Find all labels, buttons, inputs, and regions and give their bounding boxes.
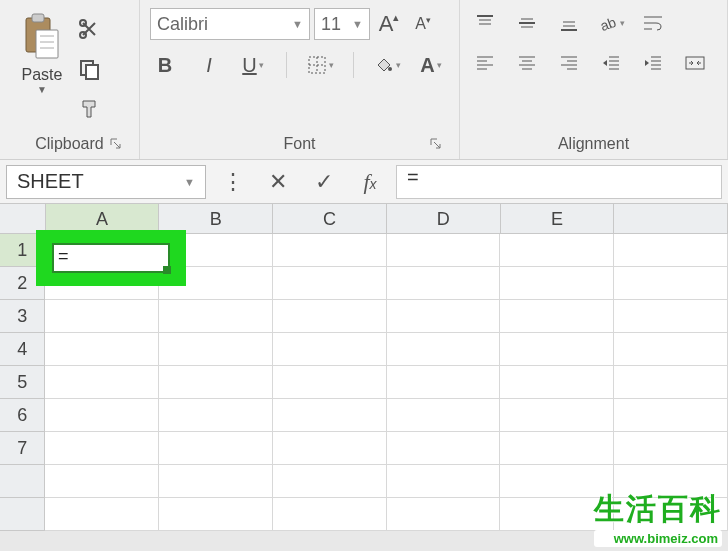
paste-button[interactable]: Paste ▼ [10, 8, 74, 124]
name-box[interactable]: SHEET ▼ [6, 165, 206, 199]
cell[interactable] [45, 432, 159, 465]
cell[interactable] [500, 267, 614, 300]
cell[interactable] [45, 333, 159, 366]
cell[interactable] [500, 333, 614, 366]
cell[interactable] [614, 267, 728, 300]
decrease-font-icon: A▾ [415, 15, 431, 33]
cell[interactable] [45, 399, 159, 432]
cell[interactable] [500, 432, 614, 465]
align-middle-icon [517, 13, 537, 33]
chevron-down-icon: ▼ [286, 18, 303, 30]
row-header-5[interactable]: 5 [0, 366, 45, 399]
group-label-clipboard: Clipboard [10, 131, 129, 155]
cell[interactable] [387, 366, 501, 399]
copy-button[interactable] [74, 54, 104, 84]
cell[interactable] [387, 399, 501, 432]
column-header-e[interactable]: E [501, 204, 615, 234]
cell[interactable] [45, 366, 159, 399]
cell[interactable] [273, 432, 387, 465]
orientation-button[interactable]: ab [596, 8, 626, 38]
formula-input[interactable]: = [396, 165, 722, 199]
cell[interactable] [387, 498, 501, 531]
cut-button[interactable] [74, 14, 104, 44]
cell[interactable] [614, 333, 728, 366]
wrap-text-button[interactable] [638, 8, 668, 38]
align-right-icon [559, 53, 579, 73]
cell[interactable] [500, 300, 614, 333]
column-header-d[interactable]: D [387, 204, 501, 234]
cell[interactable] [500, 399, 614, 432]
cell[interactable] [159, 399, 273, 432]
underline-button[interactable]: U [238, 50, 268, 80]
align-top-button[interactable] [470, 8, 500, 38]
cell-e1[interactable] [500, 234, 614, 267]
cell-d1[interactable] [387, 234, 501, 267]
align-right-button[interactable] [554, 48, 584, 78]
cell[interactable] [159, 498, 273, 531]
cell[interactable] [387, 267, 501, 300]
align-bottom-button[interactable] [554, 8, 584, 38]
cell-f1[interactable] [614, 234, 728, 267]
active-cell-editor[interactable]: = [52, 243, 170, 273]
align-middle-button[interactable] [512, 8, 542, 38]
row-header-8[interactable] [0, 465, 45, 498]
ribbon-group-clipboard: Paste ▼ Clipboard [0, 0, 140, 159]
font-name-combo[interactable]: Calibri ▼ [150, 8, 310, 40]
cell[interactable] [45, 300, 159, 333]
cell[interactable] [159, 366, 273, 399]
borders-button[interactable] [305, 50, 335, 80]
cell[interactable] [45, 465, 159, 498]
cell[interactable] [614, 300, 728, 333]
cell[interactable] [387, 465, 501, 498]
column-header-f[interactable] [614, 204, 728, 234]
italic-button[interactable]: I [194, 50, 224, 80]
cell[interactable] [273, 300, 387, 333]
cell[interactable] [387, 432, 501, 465]
row-header-4[interactable]: 4 [0, 333, 45, 366]
fill-color-button[interactable] [372, 50, 402, 80]
cell[interactable] [614, 366, 728, 399]
decrease-font-button[interactable]: A▾ [408, 9, 438, 39]
cell[interactable] [273, 399, 387, 432]
cell[interactable] [273, 267, 387, 300]
cell[interactable] [45, 498, 159, 531]
cell[interactable] [273, 498, 387, 531]
cell[interactable] [273, 333, 387, 366]
separator [353, 52, 354, 78]
cell[interactable] [159, 333, 273, 366]
dialog-launcher-clipboard[interactable] [109, 137, 123, 151]
increase-indent-button[interactable] [638, 48, 668, 78]
row-header-6[interactable]: 6 [0, 399, 45, 432]
format-painter-button[interactable] [74, 94, 104, 124]
cancel-formula-button[interactable]: ✕ [258, 165, 298, 199]
active-cell-value: = [58, 246, 69, 266]
decrease-indent-button[interactable] [596, 48, 626, 78]
row-header-3[interactable]: 3 [0, 300, 45, 333]
cell[interactable] [614, 432, 728, 465]
cell-c1[interactable] [273, 234, 387, 267]
align-left-button[interactable] [470, 48, 500, 78]
enter-formula-button[interactable]: ✓ [304, 165, 344, 199]
cell[interactable] [273, 366, 387, 399]
svg-rect-9 [86, 65, 98, 79]
increase-font-button[interactable]: A▴ [374, 9, 404, 39]
column-header-c[interactable]: C [273, 204, 387, 234]
merge-center-button[interactable] [680, 48, 710, 78]
cell[interactable] [159, 300, 273, 333]
cell[interactable] [387, 300, 501, 333]
cell[interactable] [273, 465, 387, 498]
row-header-9[interactable] [0, 498, 45, 531]
insert-function-button[interactable]: fx [350, 165, 390, 199]
font-color-button[interactable]: A [416, 50, 446, 80]
bold-button[interactable]: B [150, 50, 180, 80]
expand-button[interactable]: ⋮ [212, 165, 252, 199]
cell[interactable] [387, 333, 501, 366]
cell[interactable] [159, 465, 273, 498]
cell[interactable] [614, 399, 728, 432]
align-center-button[interactable] [512, 48, 542, 78]
cell[interactable] [500, 366, 614, 399]
font-size-combo[interactable]: 11 ▼ [314, 8, 370, 40]
dialog-launcher-font[interactable] [429, 137, 443, 151]
cell[interactable] [159, 432, 273, 465]
row-header-7[interactable]: 7 [0, 432, 45, 465]
